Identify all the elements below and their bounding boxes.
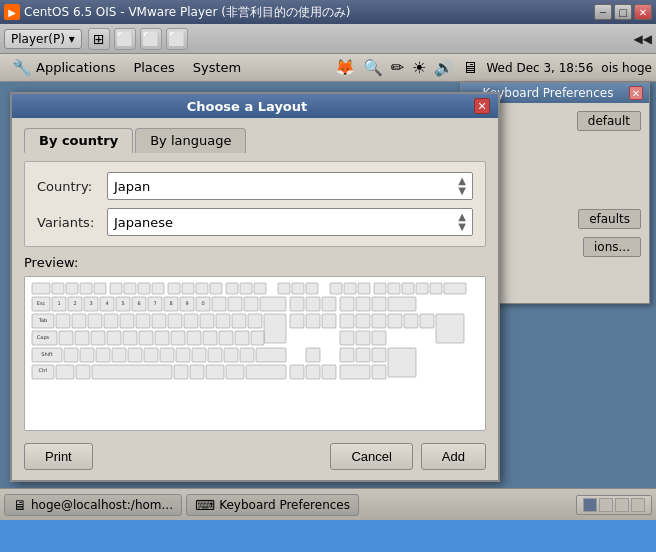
svg-rect-0 — [32, 283, 50, 294]
variants-label: Variants: — [37, 215, 107, 230]
datetime-label: Wed Dec 3, 18:56 — [486, 61, 593, 75]
panel-icon-2[interactable]: ✏️ — [391, 58, 404, 77]
pager-3[interactable] — [615, 498, 629, 512]
cancel-button[interactable]: Cancel — [330, 443, 412, 470]
svg-rect-74 — [436, 314, 464, 343]
svg-rect-48 — [372, 297, 386, 311]
kbd-prefs-task[interactable]: ⌨ Keyboard Preferences — [186, 494, 359, 516]
pager-2[interactable] — [599, 498, 613, 512]
toolbar-icons: ⊞ ⬜ ⬜ ⬜ — [88, 28, 188, 50]
svg-rect-62 — [232, 314, 246, 328]
svg-text:Ctrl: Ctrl — [39, 367, 48, 373]
svg-rect-17 — [292, 283, 304, 294]
places-menu[interactable]: Places — [125, 58, 182, 77]
svg-rect-68 — [340, 314, 354, 328]
tab-by-country[interactable]: By country — [24, 128, 133, 153]
svg-rect-55 — [120, 314, 134, 328]
tab-by-language[interactable]: By language — [135, 128, 246, 153]
svg-rect-69 — [356, 314, 370, 328]
applications-menu[interactable]: 🔧 Applications — [4, 56, 123, 79]
svg-rect-71 — [388, 314, 402, 328]
minimize-button[interactable]: − — [594, 4, 612, 20]
bottom-bar: 🖥 hoge@localhost:/hom... ⌨ Keyboard Pref… — [0, 488, 656, 520]
kbd-prefs-close-button[interactable]: ✕ — [629, 86, 643, 100]
toolbar-left: Player(P) ▾ ⊞ ⬜ ⬜ ⬜ — [4, 28, 634, 50]
workspace-pager[interactable] — [576, 495, 652, 515]
svg-rect-96 — [112, 348, 126, 362]
close-button[interactable]: ✕ — [634, 4, 652, 20]
svg-rect-2 — [66, 283, 78, 294]
svg-rect-115 — [174, 365, 188, 379]
dialog-titlebar: Choose a Layout ✕ — [12, 94, 498, 118]
svg-rect-70 — [372, 314, 386, 328]
svg-rect-22 — [374, 283, 386, 294]
svg-rect-85 — [203, 331, 217, 345]
pager-1[interactable] — [583, 498, 597, 512]
svg-rect-46 — [340, 297, 354, 311]
kbd-task-label: Keyboard Preferences — [219, 498, 350, 512]
svg-rect-83 — [171, 331, 185, 345]
svg-text:Tab: Tab — [38, 317, 47, 323]
keyboard-preview-area: Esc 1 2 3 4 5 6 7 8 9 0 Tab Caps Shift — [24, 276, 486, 431]
svg-rect-58 — [168, 314, 182, 328]
country-value: Japan — [114, 179, 150, 194]
restore-button[interactable]: □ — [614, 4, 632, 20]
layout-tabs: By country By language — [24, 128, 486, 153]
svg-rect-56 — [136, 314, 150, 328]
svg-rect-26 — [430, 283, 442, 294]
svg-rect-80 — [123, 331, 137, 345]
panel-icon-4[interactable]: 🔊 — [434, 58, 454, 77]
pager-4[interactable] — [631, 498, 645, 512]
svg-rect-3 — [80, 283, 92, 294]
dialog-right-buttons: Cancel Add — [330, 443, 486, 470]
svg-rect-13 — [226, 283, 238, 294]
terminal-task[interactable]: 🖥 hoge@localhost:/hom... — [4, 494, 182, 516]
bottom-right — [576, 495, 652, 515]
add-button[interactable]: Add — [421, 443, 486, 470]
toolbar-icon-4[interactable]: ⬜ — [166, 28, 188, 50]
svg-rect-65 — [290, 314, 304, 328]
svg-rect-89 — [340, 331, 354, 345]
svg-rect-45 — [322, 297, 336, 311]
svg-rect-101 — [192, 348, 206, 362]
svg-rect-44 — [306, 297, 320, 311]
firefox-icon[interactable]: 🦊 — [335, 58, 355, 77]
svg-rect-116 — [190, 365, 204, 379]
panel-icon-3[interactable]: ☀️ — [412, 58, 426, 77]
player-menu-button[interactable]: Player(P) ▾ — [4, 29, 82, 49]
svg-rect-6 — [124, 283, 136, 294]
system-menu[interactable]: System — [185, 58, 249, 77]
svg-rect-57 — [152, 314, 166, 328]
defaults-button[interactable]: default — [577, 111, 641, 131]
variants-select[interactable]: Japanese ▲ ▼ — [107, 208, 473, 236]
defaults2-button[interactable]: efaults — [578, 209, 641, 229]
svg-rect-76 — [59, 331, 73, 345]
svg-rect-39 — [212, 297, 226, 311]
svg-rect-77 — [75, 331, 89, 345]
svg-rect-94 — [80, 348, 94, 362]
ions-button[interactable]: ions... — [583, 237, 641, 257]
country-select[interactable]: Japan ▲ ▼ — [107, 172, 473, 200]
preview-label: Preview: — [24, 255, 486, 270]
svg-text:4: 4 — [105, 300, 108, 306]
svg-rect-78 — [91, 331, 105, 345]
svg-rect-105 — [256, 348, 286, 362]
svg-rect-98 — [144, 348, 158, 362]
toolbar-icon-3[interactable]: ⬜ — [140, 28, 162, 50]
print-button[interactable]: Print — [24, 443, 93, 470]
svg-rect-61 — [216, 314, 230, 328]
svg-rect-64 — [264, 314, 286, 343]
svg-rect-42 — [260, 297, 286, 311]
toolbar-icon-2[interactable]: ⬜ — [114, 28, 136, 50]
svg-rect-123 — [340, 365, 370, 379]
kbd-task-icon: ⌨ — [195, 497, 215, 513]
keyboard-svg: Esc 1 2 3 4 5 6 7 8 9 0 Tab Caps Shift — [30, 281, 480, 426]
dialog-close-button[interactable]: ✕ — [474, 98, 490, 114]
svg-rect-12 — [210, 283, 222, 294]
form-section: Country: Japan ▲ ▼ Variants: Japanese — [24, 161, 486, 247]
toolbar-icon-1[interactable]: ⊞ — [88, 28, 110, 50]
panel-icon-5[interactable]: 🖥 — [462, 58, 478, 77]
svg-rect-41 — [244, 297, 258, 311]
svg-rect-27 — [444, 283, 466, 294]
panel-icon-1[interactable]: 🔍 — [363, 58, 383, 77]
